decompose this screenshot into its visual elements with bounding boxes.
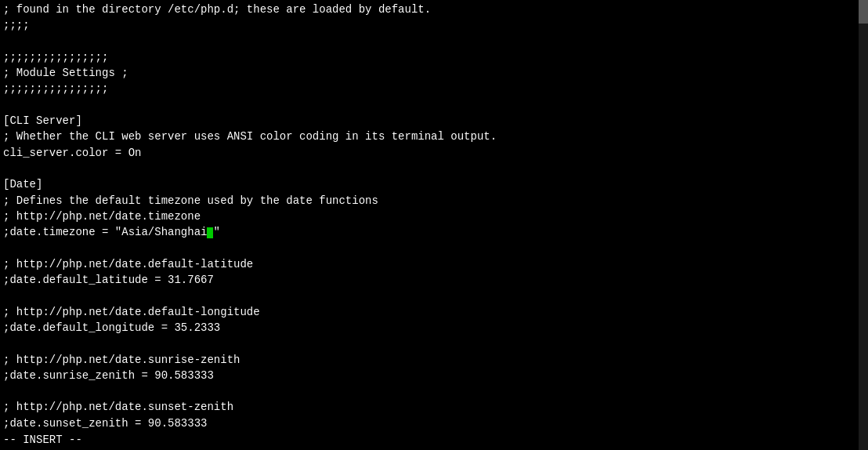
line-10: cli_server.color = On <box>3 145 865 161</box>
line-3 <box>3 34 865 49</box>
line-25 <box>3 383 865 399</box>
line-13: ; Defines the default timezone used by t… <box>3 193 865 209</box>
scrollbar[interactable] <box>859 0 868 450</box>
status-bar: -- INSERT -- <box>0 431 868 450</box>
scrollbar-thumb[interactable] <box>859 0 868 24</box>
line-18: ;date.default_latitude = 31.7667 <box>3 272 865 288</box>
line-9: ; Whether the CLI web server uses ANSI c… <box>3 129 865 144</box>
editor-content: ; found in the directory /etc/php.d; the… <box>0 0 868 431</box>
line-6: ;;;;;;;;;;;;;;;; <box>3 81 865 96</box>
line-23: ; http://php.net/date.sunrise-zenith <box>3 352 865 368</box>
line-8: [CLI Server] <box>3 113 865 129</box>
line-22 <box>3 336 865 351</box>
line-5: ; Module Settings ; <box>3 65 865 81</box>
line-11 <box>3 161 865 176</box>
line-27: ;date.sunset_zenith = 90.583333 <box>3 416 865 431</box>
vim-mode-indicator: -- INSERT -- <box>3 434 82 446</box>
line-2: ;;;; <box>3 17 865 33</box>
line-16 <box>3 240 865 256</box>
line-17: ; http://php.net/date.default-latitude <box>3 256 865 272</box>
terminal-window[interactable]: ; found in the directory /etc/php.d; the… <box>0 0 868 450</box>
line-21: ;date.default_longitude = 35.2333 <box>3 320 865 336</box>
line-24: ;date.sunrise_zenith = 90.583333 <box>3 368 865 383</box>
line-14: ; http://php.net/date.timezone <box>3 209 865 224</box>
line-26: ; http://php.net/date.sunset-zenith <box>3 399 865 415</box>
line-4: ;;;;;;;;;;;;;;;; <box>3 49 865 65</box>
line-19 <box>3 288 865 303</box>
line-15-cursor: ;date.timezone = "Asia/Shanghai" <box>3 224 865 240</box>
line-1: ; found in the directory /etc/php.d; the… <box>3 2 865 17</box>
line-12: [Date] <box>3 176 865 192</box>
line-7 <box>3 97 865 113</box>
line-20: ; http://php.net/date.default-longitude <box>3 304 865 320</box>
text-cursor <box>207 227 213 238</box>
